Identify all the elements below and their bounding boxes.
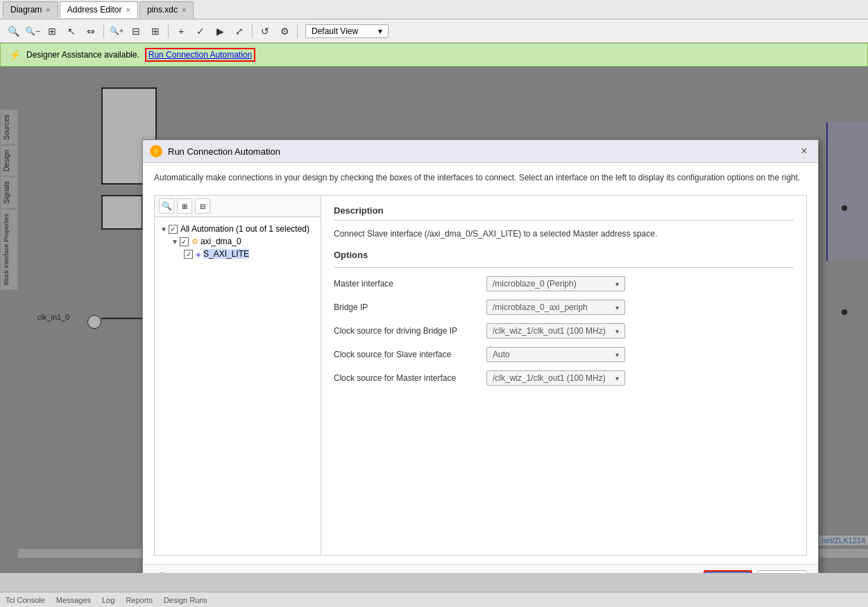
ip-icon: ⚙ <box>192 237 198 246</box>
ok-button[interactable]: OK <box>704 570 751 573</box>
assist-bar: ⚡ Designer Assistance available. Run Con… <box>0 43 868 67</box>
tree-checkbox-axi-dma[interactable]: ✓ <box>180 237 189 246</box>
tree-item-all-automation[interactable]: ▼ ✓ All Automation (1 out of 1 selected) <box>159 223 316 235</box>
settings-button[interactable]: ⚙ <box>275 22 293 40</box>
select-button[interactable]: ↖ <box>62 22 80 40</box>
option-select-master-interface[interactable]: /microblaze_0 (Periph) ▾ <box>486 276 625 291</box>
tree-label-all: All Automation (1 out of 1 selected) <box>180 224 309 234</box>
view-selector[interactable]: Default View ▾ <box>305 24 389 38</box>
status-log[interactable]: Log <box>102 596 114 604</box>
add-ip-button[interactable]: + <box>172 22 190 40</box>
option-label-master-interface: Master interface <box>334 279 486 289</box>
tab-address-editor[interactable]: Address Editor × <box>60 1 138 18</box>
run-connection-automation-dialog: ⚡ Run Connection Automation × Automatica… <box>142 139 819 573</box>
tree-toolbar: 🔍 ⊞ ⊟ <box>155 196 321 217</box>
tree-checkbox-s-axi-lite[interactable]: ✓ <box>184 250 193 259</box>
modal-body: Automatically make connections in your d… <box>143 163 818 564</box>
description-divider <box>334 220 794 221</box>
tree-expand-all-button[interactable]: ⊞ <box>177 198 192 214</box>
clk-bridge-arrow: ▾ <box>615 327 619 335</box>
option-row-clk-master: Clock source for Master interface /clk_w… <box>334 370 794 386</box>
auto-connect-button[interactable]: ⇔ <box>82 22 100 40</box>
option-label-bridge-ip: Bridge IP <box>334 302 486 312</box>
status-reports[interactable]: Reports <box>126 596 153 604</box>
view-selector-arrow: ▾ <box>378 26 382 36</box>
tree-checkbox-all[interactable]: ✓ <box>169 225 178 234</box>
master-interface-arrow: ▾ <box>615 280 619 288</box>
options-section-title: Options <box>334 250 794 260</box>
tree-item-s-axi-lite[interactable]: ✓ ◈ S_AXI_LITE <box>159 248 316 260</box>
modal-close-button[interactable]: × <box>797 144 811 158</box>
zoom-out-button[interactable]: 🔍− <box>24 22 42 40</box>
option-label-clk-master: Clock source for Master interface <box>334 373 486 383</box>
sep3 <box>252 24 253 38</box>
modal-footer: ? OK Cancel <box>143 564 818 573</box>
run-button[interactable]: ▶ <box>211 22 229 40</box>
option-row-master-interface: Master interface /microblaze_0 (Periph) … <box>334 276 794 291</box>
collapse-button[interactable]: ⊞ <box>146 22 164 40</box>
tree-label-axi-dma: axi_dma_0 <box>201 237 241 246</box>
option-select-clk-bridge[interactable]: /clk_wiz_1/clk_out1 (100 MHz) ▾ <box>486 323 625 339</box>
status-design-runs[interactable]: Design Runs <box>164 596 207 604</box>
status-messages[interactable]: Messages <box>56 596 91 604</box>
option-select-clk-slave[interactable]: Auto ▾ <box>486 347 625 362</box>
tree-panel: 🔍 ⊞ ⊟ ▼ ✓ All Automation (1 out of 1 sel… <box>155 196 321 555</box>
tab-bar: Diagram × Address Editor × pins.xdc × <box>0 0 868 19</box>
tree-content: ▼ ✓ All Automation (1 out of 1 selected)… <box>155 217 321 555</box>
status-bar: Tcl Console Messages Log Reports Design … <box>0 592 868 607</box>
sep4 <box>297 24 298 38</box>
options-panel: Description Connect Slave interface (/ax… <box>321 196 806 555</box>
help-button[interactable]: ? <box>154 572 169 573</box>
tab-diagram[interactable]: Diagram × <box>3 1 58 18</box>
tree-search-button[interactable]: 🔍 <box>159 198 174 214</box>
fit-button[interactable]: ⊞ <box>43 22 61 40</box>
option-row-clk-slave: Clock source for Slave interface Auto ▾ <box>334 347 794 362</box>
assist-icon: ⚡ <box>9 49 21 60</box>
option-select-clk-master[interactable]: /clk_wiz_1/clk_out1 (100 MHz) ▾ <box>486 370 625 386</box>
tab-diagram-close[interactable]: × <box>46 6 50 14</box>
cancel-button[interactable]: Cancel <box>758 570 807 573</box>
description-section-title: Description <box>334 205 794 216</box>
expand-button[interactable]: ⊟ <box>127 22 145 40</box>
tree-item-axi-dma[interactable]: ▼ ✓ ⚙ axi_dma_0 <box>159 235 316 248</box>
auto-route-button[interactable]: ⤢ <box>230 22 248 40</box>
status-tcl-console[interactable]: Tcl Console <box>6 596 45 604</box>
tree-expand-axi-dma[interactable]: ▼ <box>171 238 178 246</box>
option-select-bridge-ip[interactable]: /microblaze_0_axi_periph ▾ <box>486 300 625 315</box>
refresh-button[interactable]: ↺ <box>256 22 274 40</box>
footer-buttons: OK Cancel <box>704 570 807 573</box>
option-row-clk-bridge: Clock source for driving Bridge IP /clk_… <box>334 323 794 339</box>
tree-collapse-all-button[interactable]: ⊟ <box>195 198 210 214</box>
option-label-clk-slave: Clock source for Slave interface <box>334 350 486 359</box>
modal-title-bar: ⚡ Run Connection Automation × <box>143 140 818 163</box>
toolbar: 🔍 🔍− ⊞ ↖ ⇔ 🔍+ ⊟ ⊞ + ✓ ▶ ⤢ ↺ ⚙ Default Vi… <box>0 19 868 43</box>
option-row-bridge-ip: Bridge IP /microblaze_0_axi_periph ▾ <box>334 300 794 315</box>
clk-slave-arrow: ▾ <box>615 351 619 359</box>
modal-description: Automatically make connections in your d… <box>154 171 807 184</box>
run-connection-automation-link[interactable]: Run Connection Automation <box>145 48 255 62</box>
bridge-ip-arrow: ▾ <box>615 304 619 311</box>
options-divider <box>334 267 794 268</box>
tree-expand-all[interactable]: ▼ <box>160 225 167 233</box>
sep1 <box>103 24 104 38</box>
zoom-area-button[interactable]: 🔍+ <box>108 22 126 40</box>
sep2 <box>168 24 169 38</box>
port-icon: ◈ <box>196 250 201 258</box>
option-label-clk-bridge: Clock source for driving Bridge IP <box>334 326 486 336</box>
validate-button[interactable]: ✓ <box>192 22 210 40</box>
zoom-in-button[interactable]: 🔍 <box>4 22 22 40</box>
description-text: Connect Slave interface (/axi_dma_0/S_AX… <box>334 229 794 239</box>
clk-master-arrow: ▾ <box>615 375 619 382</box>
modal-title-icon: ⚡ <box>150 145 162 157</box>
modal-title-text: Run Connection Automation <box>168 146 792 157</box>
tab-address-editor-close[interactable]: × <box>126 6 130 14</box>
tab-pins-xdc[interactable]: pins.xdc × <box>139 1 194 18</box>
tab-pins-xdc-close[interactable]: × <box>182 6 186 14</box>
modal-content-area: 🔍 ⊞ ⊟ ▼ ✓ All Automation (1 out of 1 sel… <box>154 195 807 556</box>
tree-label-s-axi-lite: S_AXI_LITE <box>203 249 249 259</box>
assist-text: Designer Assistance available. <box>26 50 139 60</box>
